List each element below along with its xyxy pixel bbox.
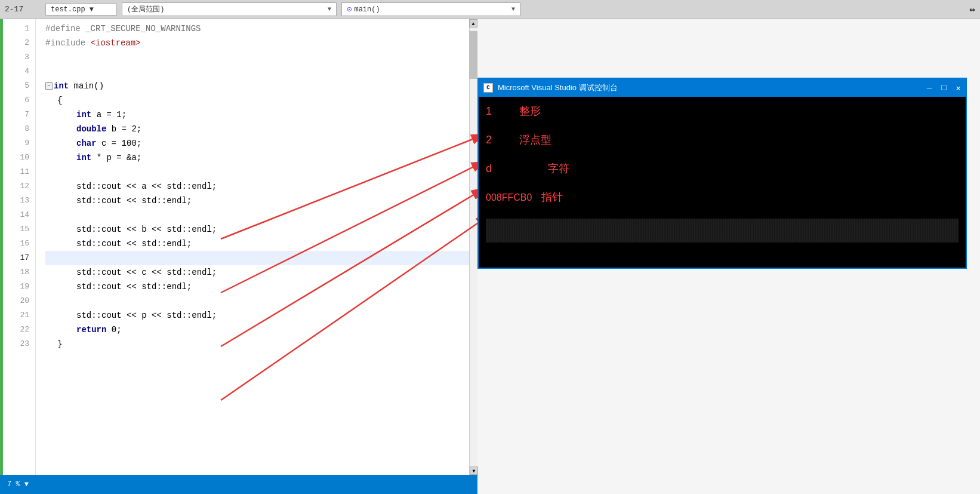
cout-endl-13: std::cout << std::endl; [76, 196, 192, 205]
func-dropdown-icon: ▼ [511, 6, 515, 13]
code-line-2: #include <iostream> [45, 36, 477, 50]
zoom-level: 7 % ▼ [7, 480, 29, 489]
line-num-6: 6 [3, 93, 29, 108]
console-output: 1 整形 2 浮点型 d 字符 008FFCB0 指针 [479, 97, 966, 247]
line-num-18: 18 [3, 265, 29, 280]
code-line-3 [45, 50, 477, 65]
console-row-char: d 字符 [486, 159, 959, 188]
int-kw-7: int [76, 110, 91, 119]
code-line-11 [45, 165, 477, 179]
code-line-7: int a = 1; [45, 108, 477, 122]
code-line-16: std::cout << std::endl; [45, 237, 477, 251]
code-line-22: return 0; [45, 323, 477, 337]
file-selector[interactable]: test.cpp ▼ [45, 4, 117, 16]
expand-all-icon[interactable]: ⇔ [969, 4, 975, 16]
line-num-11: 11 [3, 165, 29, 179]
code-line-20 [45, 294, 477, 308]
func-name: main() [69, 81, 104, 91]
line-num-23: 23 [3, 337, 29, 351]
status-bar: 7 % ▼ [0, 475, 477, 494]
line-numbers: 1 2 3 4 5 6 7 8 9 10 11 12 13 14 15 16 1… [3, 19, 36, 475]
line-num-7: 7 [3, 108, 29, 122]
int-ptr-kw: int [76, 153, 91, 162]
define-name: _CRT_SECURE_NO_WARNINGS [85, 24, 201, 33]
console-row-pointer: 008FFCB0 指针 [486, 188, 959, 216]
file-name: test.cpp [51, 5, 85, 14]
line-num-3: 3 [3, 50, 29, 65]
function-label: main() [354, 5, 380, 14]
console-blurred-row [486, 219, 959, 243]
scroll-up-button[interactable]: ▲ [469, 19, 477, 27]
console-title: Microsoft Visual Studio 调试控制台 [498, 82, 618, 93]
code-line-23: } [45, 337, 477, 351]
code-line-12: std::cout << a << std::endl; [45, 179, 477, 194]
line-num-22: 22 [3, 323, 29, 337]
console-val-char: d [486, 159, 510, 178]
console-label-float: 浮点型 [519, 130, 551, 149]
console-minimize-button[interactable]: — [927, 83, 932, 93]
console-app-icon: C [483, 83, 493, 93]
console-val-float: 2 [486, 130, 510, 149]
code-line-8: double b = 2; [45, 122, 477, 136]
line-num-9: 9 [3, 136, 29, 151]
var-p: * p = &a; [97, 153, 142, 162]
code-line-4 [45, 65, 477, 79]
code-line-18: std::cout << c << std::endl; [45, 265, 477, 280]
define-keyword: #define [45, 24, 81, 33]
collapse-button-5[interactable]: − [45, 82, 53, 90]
return-val: 0; [112, 325, 122, 335]
file-dropdown-icon: ▼ [90, 5, 94, 14]
cout-endl-16: std::cout << std::endl; [76, 239, 192, 248]
line-num-14: 14 [3, 208, 29, 222]
line-num-16: 16 [3, 237, 29, 251]
console-val-integer: 1 [486, 102, 510, 121]
line-num-21: 21 [3, 308, 29, 323]
code-line-19: std::cout << std::endl; [45, 280, 477, 294]
function-icon: ⊙ [347, 4, 352, 14]
scope-label: (全局范围) [127, 4, 164, 14]
line-num-20: 20 [3, 294, 29, 308]
cout-c: std::cout << c << std::endl; [76, 268, 217, 277]
close-brace: } [45, 339, 62, 349]
line-num-2: 2 [3, 36, 29, 50]
console-label-pointer: 指针 [541, 188, 563, 207]
open-brace: { [45, 96, 62, 105]
line-num-19: 19 [3, 280, 29, 294]
console-maximize-button[interactable]: □ [941, 83, 946, 93]
top-toolbar: 2-17 test.cpp ▼ (全局范围) ▼ ⊙ main() ▼ ⇔ [0, 0, 980, 19]
function-selector[interactable]: ⊙ main() ▼ [341, 2, 520, 16]
scope-dropdown-icon: ▼ [328, 6, 331, 13]
scroll-thumb[interactable] [469, 31, 477, 79]
console-titlebar[interactable]: C Microsoft Visual Studio 调试控制台 — □ ✕ [479, 79, 966, 97]
console-row-float: 2 浮点型 [486, 130, 959, 159]
return-kw: return [76, 325, 106, 335]
line-range: 2-17 [5, 5, 41, 14]
code-line-10: int * p = &a; [45, 151, 477, 165]
console-window: C Microsoft Visual Studio 调试控制台 — □ ✕ 1 … [477, 78, 967, 269]
line-num-13: 13 [3, 194, 29, 208]
var-c: c = 100; [101, 139, 141, 148]
scope-selector[interactable]: (全局范围) ▼ [122, 2, 337, 16]
code-text[interactable]: #define _CRT_SECURE_NO_WARNINGS #include… [36, 19, 477, 475]
line-num-12: 12 [3, 179, 29, 194]
console-val-pointer: 008FFCB0 [486, 189, 532, 207]
code-line-13: std::cout << std::endl; [45, 194, 477, 208]
var-b: b = 2; [112, 124, 141, 134]
code-line-9: char c = 100; [45, 136, 477, 151]
code-line-1: #define _CRT_SECURE_NO_WARNINGS [45, 22, 477, 36]
line-num-5: 5 [3, 79, 29, 93]
code-line-14 [45, 208, 477, 222]
line-num-1: 1 [3, 22, 29, 36]
console-label-char: 字符 [519, 159, 569, 178]
scroll-down-button[interactable]: ▼ [470, 467, 478, 475]
line-num-17: 17 [3, 251, 29, 265]
zoom-dropdown[interactable]: ▼ [24, 480, 29, 489]
console-close-button[interactable]: ✕ [956, 83, 961, 93]
include-keyword: #include [45, 38, 85, 48]
line-num-15: 15 [3, 222, 29, 237]
code-editor: 1 2 3 4 5 6 7 8 9 10 11 12 13 14 15 16 1… [0, 19, 477, 475]
vertical-scrollbar[interactable]: ▲ ▼ [469, 19, 477, 475]
cout-endl-19: std::cout << std::endl; [76, 282, 192, 292]
double-kw: double [76, 124, 106, 134]
include-lib: <iostream> [91, 38, 141, 48]
